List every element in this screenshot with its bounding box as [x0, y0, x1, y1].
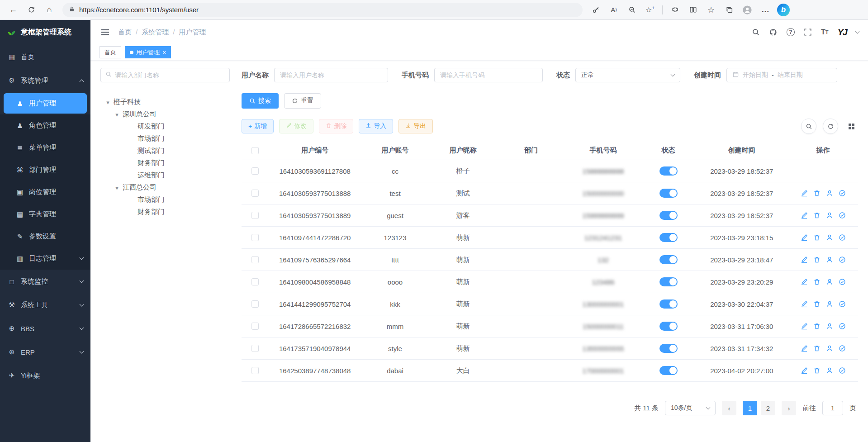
status-toggle[interactable] [659, 366, 678, 375]
dept-search-box[interactable] [100, 68, 230, 82]
status-toggle[interactable] [659, 255, 678, 264]
date-range-picker[interactable]: 开始日期 - 结束日期 [726, 68, 837, 82]
app-logo[interactable]: 意框架管理系统 [0, 20, 90, 44]
tree-node[interactable]: 财务部门 [100, 157, 230, 169]
row-checkbox[interactable] [251, 212, 259, 219]
row-edit-icon[interactable] [801, 212, 808, 219]
row-reset-password-icon[interactable] [826, 323, 833, 330]
edit-button[interactable]: 修改 [279, 119, 313, 133]
row-delete-icon[interactable] [813, 323, 821, 330]
breadcrumb-item[interactable]: 首页/ [118, 28, 142, 37]
status-toggle[interactable] [659, 166, 678, 176]
delete-button[interactable]: 删除 [319, 119, 353, 133]
status-select[interactable]: 正常 [575, 68, 680, 82]
status-toggle[interactable] [659, 299, 678, 309]
row-reset-password-icon[interactable] [826, 234, 833, 241]
row-assign-role-icon[interactable] [839, 190, 846, 197]
search-toggle-button[interactable] [801, 119, 816, 134]
font-size-icon[interactable]: TT [821, 28, 829, 36]
row-assign-role-icon[interactable] [839, 367, 846, 374]
extensions-icon[interactable] [666, 2, 683, 18]
zoom-icon[interactable] [623, 2, 640, 18]
column-settings-button[interactable] [844, 119, 858, 133]
row-assign-role-icon[interactable] [839, 345, 846, 352]
row-assign-role-icon[interactable] [839, 212, 846, 219]
refresh-icon[interactable] [23, 2, 40, 18]
tree-node[interactable]: 深圳总公司 [100, 108, 230, 120]
search-icon[interactable] [752, 28, 760, 36]
page-number-button[interactable]: 1 [743, 401, 757, 415]
sidebar-item[interactable]: 字典管理 [0, 203, 90, 225]
search-button[interactable]: 搜索 [242, 93, 279, 109]
breadcrumb-item[interactable]: 用户管理/ [179, 28, 206, 37]
split-screen-icon[interactable] [684, 2, 702, 18]
copilot-icon[interactable]: b [775, 2, 792, 18]
row-reset-password-icon[interactable] [826, 256, 833, 263]
tree-node[interactable]: 江西总公司 [100, 181, 230, 194]
row-reset-password-icon[interactable] [826, 345, 833, 352]
home-icon[interactable]: ⌂ [41, 2, 58, 18]
sidebar-item[interactable]: 系统管理 [0, 69, 90, 92]
row-reset-password-icon[interactable] [826, 278, 833, 285]
tree-node[interactable]: 市场部门 [100, 133, 230, 145]
prev-page-button[interactable]: ‹ [722, 401, 736, 415]
row-assign-role-icon[interactable] [839, 323, 846, 330]
sidebar-item[interactable]: 系统工具 [0, 293, 90, 317]
tree-node[interactable]: 财务部门 [100, 206, 230, 218]
tree-node[interactable]: 研发部门 [100, 120, 230, 133]
dept-search-input[interactable] [115, 71, 225, 79]
row-delete-icon[interactable] [813, 212, 821, 219]
more-menu-icon[interactable]: … [757, 2, 774, 18]
phone-input[interactable] [434, 68, 543, 82]
status-toggle[interactable] [659, 322, 678, 331]
sidebar-item[interactable]: 首页 [0, 45, 90, 69]
favorites-icon[interactable]: ☆ [702, 2, 720, 18]
sidebar-item[interactable]: 角色管理 [0, 114, 90, 137]
status-toggle[interactable] [659, 211, 678, 220]
add-favorite-icon[interactable]: ☆+ [641, 2, 659, 18]
row-delete-icon[interactable] [813, 345, 821, 352]
breadcrumb-item[interactable]: 系统管理/ [142, 28, 179, 37]
close-tab-icon[interactable]: × [162, 49, 166, 56]
status-toggle[interactable] [659, 233, 678, 242]
sidebar-item[interactable]: 用户管理 [4, 93, 87, 114]
sidebar-item[interactable]: 岗位管理 [0, 181, 90, 203]
row-delete-icon[interactable] [813, 278, 821, 285]
refresh-table-button[interactable] [823, 119, 838, 134]
collections-icon[interactable] [721, 2, 738, 18]
row-assign-role-icon[interactable] [839, 234, 846, 241]
profile-avatar[interactable] [739, 2, 756, 18]
github-icon[interactable] [769, 28, 778, 37]
row-edit-icon[interactable] [801, 190, 808, 197]
sidebar-item[interactable]: 参数设置 [0, 225, 90, 247]
sidebar-item[interactable]: 部门管理 [0, 159, 90, 181]
tree-node[interactable]: 橙子科技 [100, 96, 230, 108]
row-reset-password-icon[interactable] [826, 190, 833, 197]
row-edit-icon[interactable] [801, 323, 808, 330]
row-delete-icon[interactable] [813, 190, 821, 197]
fullscreen-icon[interactable] [804, 28, 812, 36]
status-toggle[interactable] [659, 189, 678, 198]
row-edit-icon[interactable] [801, 278, 808, 285]
help-icon[interactable]: ? [787, 28, 795, 36]
username-input[interactable] [274, 68, 388, 82]
row-edit-icon[interactable] [801, 345, 808, 352]
row-reset-password-icon[interactable] [826, 300, 833, 308]
url-bar[interactable]: https://ccnetcore.com:1101/system/user [62, 3, 583, 17]
row-edit-icon[interactable] [801, 367, 808, 374]
row-checkbox[interactable] [251, 167, 259, 175]
sidebar-item[interactable]: 菜单管理 [0, 137, 90, 159]
row-delete-icon[interactable] [813, 367, 821, 374]
collapse-sidebar-icon[interactable] [100, 28, 111, 37]
read-aloud-icon[interactable]: A) [605, 2, 622, 18]
row-edit-icon[interactable] [801, 234, 808, 241]
row-checkbox[interactable] [251, 323, 259, 330]
row-checkbox[interactable] [251, 256, 259, 263]
back-icon[interactable]: ← [5, 2, 22, 18]
tree-node[interactable]: 运维部门 [100, 169, 230, 181]
user-avatar[interactable]: YJ [838, 27, 847, 38]
row-checkbox[interactable] [251, 300, 259, 308]
sidebar-item[interactable]: BBS [0, 317, 90, 340]
reset-button[interactable]: 重置 [284, 93, 321, 109]
avatar-dropdown-icon[interactable] [855, 29, 860, 34]
